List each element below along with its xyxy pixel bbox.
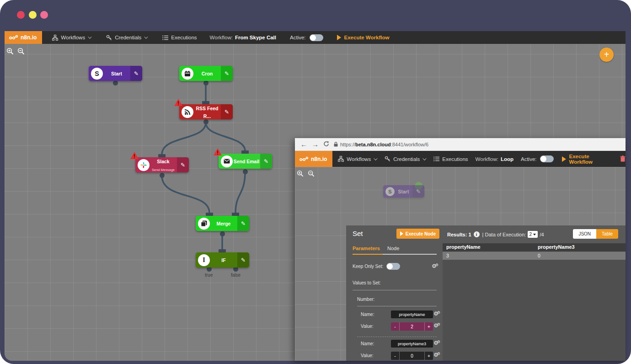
edit-pencil-icon[interactable]: ✎ [237,252,249,268]
node-label: Slack [157,159,169,164]
node-rss-feed[interactable]: RSS Feed R... ✎ [179,104,233,119]
workflow-title: Workflow:Loop [476,156,513,162]
edit-pencil-icon[interactable]: ✎ [237,216,249,231]
zoom-in-icon[interactable] [297,170,304,177]
nav-credentials-label: Credentials [393,156,420,162]
stepper-minus-button[interactable]: - [391,322,399,331]
value-stepper: - 0 + [391,352,433,360]
input-connector[interactable] [232,213,239,216]
info-icon[interactable]: i [474,231,480,237]
name-label: Name: [361,341,374,346]
edit-pencil-icon[interactable]: ✎ [412,185,424,198]
window-dot-pink[interactable] [40,11,48,19]
n8n-logo[interactable]: n8n.io [5,31,42,44]
nav-executions-label: Executions [171,35,197,40]
stepper-value[interactable]: 0 [399,352,425,360]
tab-parameters[interactable]: Parameters [353,246,380,251]
nav-credentials[interactable]: Credentials [106,35,147,41]
merge-copy-icon [198,218,210,230]
executions-list-icon [433,156,439,161]
add-node-button[interactable]: + [599,48,614,62]
execute-workflow-button[interactable]: Execute Workflow [337,35,390,40]
node-label: Start [398,189,409,194]
table-row[interactable]: 3 0 [443,252,626,260]
nav-workflows[interactable]: Workflows [52,35,91,41]
back-icon[interactable]: ← [300,140,307,148]
window-dot-red[interactable] [17,11,25,19]
output-connector[interactable] [113,80,118,86]
stepper-minus-button[interactable]: - [391,352,399,360]
n8n-logo-text: n8n.io [311,156,327,162]
execute-workflow-label: Execute Workflow [344,35,390,40]
keep-only-set-toggle[interactable] [386,263,400,270]
nav-credentials[interactable]: Credentials [385,156,425,162]
execution-select[interactable]: 2 [528,231,538,238]
edit-pencil-icon[interactable]: ✎ [130,66,142,81]
stepper-plus-button[interactable]: + [425,322,433,331]
edit-pencil-icon[interactable]: ✎ [221,104,233,119]
input-connector[interactable] [206,213,213,216]
output-connector[interactable] [203,119,209,124]
slack-icon [138,159,150,171]
nav-executions[interactable]: Executions [162,35,197,40]
input-connector[interactable] [241,150,249,154]
execute-workflow-button[interactable]: Execute Workflow [562,154,606,165]
options-cogs-icon[interactable]: ⚙⚙ [433,340,440,346]
refresh-icon[interactable] [323,140,329,149]
json-view-button[interactable]: JSON [573,229,596,239]
node-slack[interactable]: Slack Send Message ✎ [135,157,189,172]
options-cogs-icon[interactable]: ⚙⚙ [433,352,440,358]
url-scheme: https:// [340,142,355,147]
node-label: Send Email [234,159,260,164]
tab-node[interactable]: Node [387,246,399,251]
name-input[interactable] [391,340,433,348]
output-connector[interactable] [160,173,165,178]
node-start-faded[interactable]: S Start ✎ [383,185,424,198]
table-header-row: propertyName propertyName3 [443,243,626,252]
node-start[interactable]: S Start ✎ [89,66,142,81]
options-cogs-icon[interactable]: ⚙⚙ [433,311,440,316]
table-cell: 0 [534,252,626,260]
execute-node-button[interactable]: Execute Node [396,229,439,239]
trash-icon[interactable] [620,155,626,163]
node-merge[interactable]: Merge ✎ [196,216,249,231]
forward-icon[interactable]: → [312,140,319,148]
results-table: propertyName propertyName3 3 0 [443,243,626,260]
edit-pencil-icon[interactable]: ✎ [260,154,272,169]
nav-executions[interactable]: Executions [433,156,468,162]
nav-workflows[interactable]: Workflows [338,156,376,162]
address-bar[interactable]: https://beta.n8n.cloud:8441/workflow/6 [334,142,428,147]
output-connector[interactable] [220,231,225,236]
options-cogs-icon[interactable]: ⚙⚙ [433,323,440,328]
chevron-down-icon [423,156,427,160]
edit-pencil-icon[interactable]: ✎ [221,66,233,81]
table-view-button[interactable]: Table [596,229,618,239]
n8n-logo[interactable]: n8n.io [295,151,332,167]
plus-icon: + [604,49,610,60]
output-connector[interactable] [203,80,209,86]
node-label: Cron [202,71,213,76]
stepper-plus-button[interactable]: + [425,352,433,360]
name-input[interactable] [391,310,433,318]
options-cogs-icon[interactable]: ⚙⚙ [432,263,438,269]
node-send-email[interactable]: Send Email ✎ [219,154,272,169]
stepper-value[interactable]: 2 [399,322,425,331]
if-icon-letter: I [203,257,205,264]
active-toggle[interactable] [540,155,554,162]
column-header: propertyName3 [534,243,626,252]
chevron-down-icon [88,35,91,38]
column-header: propertyName [443,243,534,252]
warning-triangle-icon [130,151,139,160]
active-toggle[interactable] [310,34,323,41]
output-connector[interactable] [243,169,248,174]
input-connector[interactable] [219,249,226,252]
key-icon [385,156,390,162]
node-if[interactable]: I IF ✎ [196,252,249,268]
main-topbar: n8n.io Workflows Credentials Executions … [5,31,626,44]
sub-workflow-canvas[interactable]: S Start ✎ Set Execute Node Parameters No… [295,167,626,361]
node-cron[interactable]: Cron ✎ [179,66,233,81]
zoom-out-icon[interactable] [308,170,315,177]
edit-pencil-icon[interactable]: ✎ [177,157,189,172]
workflows-icon [338,156,344,162]
window-dot-yellow[interactable] [29,11,37,19]
